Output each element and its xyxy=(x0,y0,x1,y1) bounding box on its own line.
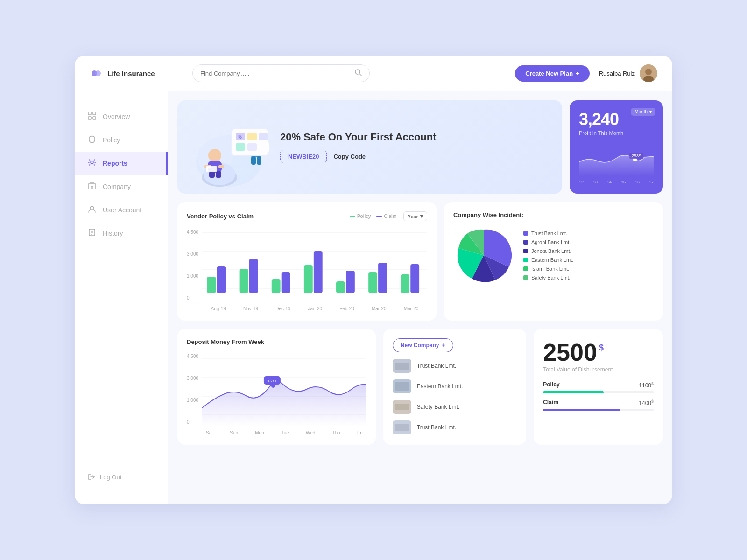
logo-area: Life Insurance xyxy=(90,67,183,80)
grid-icon xyxy=(88,112,96,122)
svg-rect-65 xyxy=(336,281,345,293)
sidebar-item-company-label: Company xyxy=(103,183,131,190)
svg-point-24 xyxy=(208,149,221,162)
bar-x-labels: Aug-19Nov-19Dec-19Jan-20Feb-20Mar-20Mar-… xyxy=(202,306,427,311)
svg-rect-70 xyxy=(410,264,419,293)
svg-rect-59 xyxy=(240,269,248,293)
company-name: Trust Bank Lmt. xyxy=(417,363,456,369)
svg-rect-49 xyxy=(247,143,257,151)
svg-rect-36 xyxy=(257,156,261,165)
svg-rect-9 xyxy=(88,117,91,119)
company-thumb xyxy=(393,400,411,414)
app-container: Life Insurance Create New Plan + Rusalba… xyxy=(75,56,672,504)
stat-axis: 121314151617 xyxy=(579,180,654,184)
banner-illustration: % ☂ 🏠 🚗 xyxy=(187,105,280,194)
new-company-button[interactable]: New Company + xyxy=(393,338,453,352)
company-name: Eastern Bank Lmt. xyxy=(417,383,463,390)
pie-legend-trust: Trust Bank Lmt. xyxy=(523,231,574,236)
row-2: Vendor Policy vs Claim Policy Claim xyxy=(177,202,663,321)
building-icon xyxy=(88,182,96,192)
svg-rect-69 xyxy=(401,274,409,293)
sidebar-item-company[interactable]: Company xyxy=(75,175,168,198)
pie-legend-agroni: Agroni Bank Lmt. xyxy=(523,239,574,245)
svg-rect-57 xyxy=(207,277,216,293)
list-item[interactable]: Trust Bank Lmt. xyxy=(393,420,517,434)
legend-policy: Policy xyxy=(350,214,371,219)
svg-rect-83 xyxy=(395,404,409,410)
bar-chart-wrap: 4,5003,0001,0000 xyxy=(187,228,427,311)
content-area: % ☂ 🏠 🚗 20% Safe On Your First Account N… xyxy=(168,91,672,504)
svg-rect-64 xyxy=(314,251,323,293)
pie-content: Trust Bank Lmt. Agroni Bank Lmt. Jonota … xyxy=(453,225,654,286)
legend-claim: Claim xyxy=(376,214,396,219)
list-item[interactable]: Trust Bank Lmt. xyxy=(393,359,517,373)
search-input[interactable] xyxy=(200,70,351,77)
svg-rect-68 xyxy=(378,263,387,293)
avatar[interactable] xyxy=(640,64,657,82)
bar-chart-svg xyxy=(202,228,427,302)
main-layout: Overview Policy Reports xyxy=(75,91,672,504)
list-item[interactable]: Eastern Bank Lmt. xyxy=(393,379,517,393)
logout-item[interactable]: Log Out xyxy=(88,473,155,481)
svg-rect-15 xyxy=(89,229,95,236)
disbursement-amount: 2500 $ xyxy=(543,338,654,366)
user-area: Rusalba Ruiz xyxy=(599,64,657,82)
pie-chart-card: Company Wise Incident: xyxy=(444,202,663,321)
claim-value: 1400$ xyxy=(639,399,654,406)
search-area[interactable] xyxy=(192,64,370,82)
sidebar-item-policy-label: Policy xyxy=(103,136,120,144)
svg-rect-27 xyxy=(218,165,224,168)
person-icon xyxy=(88,205,96,215)
svg-rect-45 xyxy=(259,133,268,140)
svg-rect-7 xyxy=(88,112,91,115)
year-filter[interactable]: Year ▾ xyxy=(403,211,427,221)
sidebar-item-policy[interactable]: Policy xyxy=(75,128,168,152)
promo-heading: 20% Safe On Your First Account xyxy=(280,131,437,143)
sidebar-item-overview-label: Overview xyxy=(103,113,130,120)
policy-value: 1100$ xyxy=(639,381,654,389)
sidebar-bottom: Log Out xyxy=(75,464,168,490)
logout-label: Log Out xyxy=(100,474,121,481)
svg-rect-81 xyxy=(395,382,409,391)
banner-code-row: NEWBIE20 Copy Code xyxy=(280,150,437,163)
svg-text:253$: 253$ xyxy=(632,154,641,158)
svg-rect-61 xyxy=(272,279,281,293)
stat-card: Month ▾ 3,240 Profit In This Month xyxy=(570,100,663,194)
companies-card: New Company + Trust Bank Lmt. xyxy=(383,329,526,445)
policy-row: Policy 1100$ xyxy=(543,381,654,393)
stat-filter[interactable]: Month ▾ xyxy=(631,108,655,116)
pie-legend-islami: Islami Bank Lmt. xyxy=(523,266,574,272)
line-chart-title: Deposit Money From Week xyxy=(187,338,366,345)
svg-point-11 xyxy=(91,161,93,164)
list-item[interactable]: Safety Bank Lmt. xyxy=(393,400,517,414)
line-y-labels: 4,5003,0001,0000 xyxy=(187,352,198,427)
pie-chart-svg-wrap xyxy=(453,225,514,286)
company-thumb xyxy=(393,379,411,393)
pie-chart-title: Company Wise Incident: xyxy=(453,211,654,218)
svg-rect-43 xyxy=(247,133,257,140)
sidebar-item-overview[interactable]: Overview xyxy=(75,105,168,128)
pie-legend-safety: Safety Bank Lmt. xyxy=(523,275,574,280)
header: Life Insurance Create New Plan + Rusalba… xyxy=(75,56,672,91)
claim-label: Claim xyxy=(543,399,558,406)
search-icon xyxy=(354,69,362,78)
company-name: Safety Bank Lmt. xyxy=(417,404,459,410)
svg-rect-35 xyxy=(251,156,256,165)
create-plan-button[interactable]: Create New Plan + xyxy=(515,65,589,82)
sidebar-item-reports-label: Reports xyxy=(103,160,127,167)
doc-icon xyxy=(88,228,96,238)
gear-icon xyxy=(88,158,96,168)
svg-rect-60 xyxy=(249,259,258,293)
disbursement-card: 2500 $ Total Value of Disbursement Polic… xyxy=(534,329,663,445)
sidebar-item-reports[interactable]: Reports xyxy=(75,152,168,175)
copy-code-button[interactable]: Copy Code xyxy=(333,153,366,160)
vendor-chart-header: Vendor Policy vs Claim Policy Claim xyxy=(187,211,427,221)
svg-rect-58 xyxy=(217,266,226,293)
svg-text:%: % xyxy=(238,134,242,140)
header-right: Create New Plan + Rusalba Ruiz xyxy=(515,64,657,82)
sidebar-item-history[interactable]: History xyxy=(75,222,168,245)
sidebar-item-user-account[interactable]: User Account xyxy=(75,198,168,222)
svg-line-3 xyxy=(359,74,361,76)
line-chart-card: Deposit Money From Week 4,5003,0001,0000 xyxy=(177,329,376,445)
chart-legend: Policy Claim xyxy=(350,214,397,219)
